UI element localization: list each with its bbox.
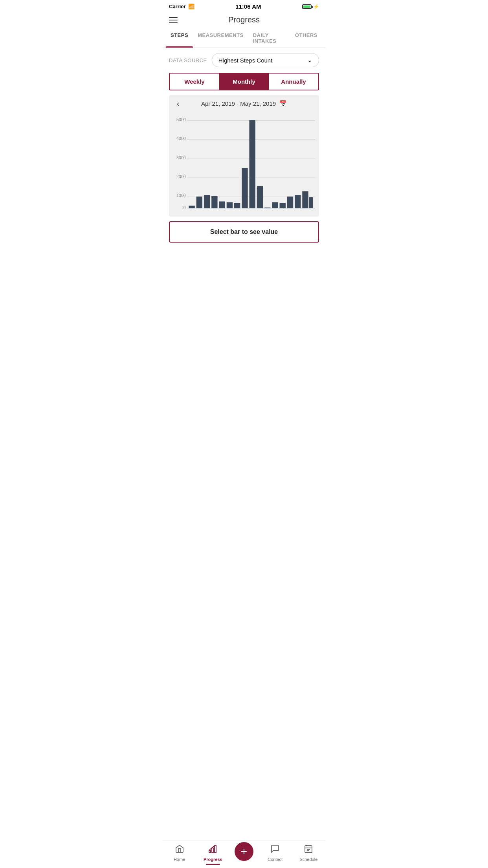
tab-steps[interactable]: STEPS xyxy=(166,28,193,47)
bar-6[interactable] xyxy=(227,202,233,208)
status-bar: Carrier 📶 11:06 AM ⚡ xyxy=(163,0,325,11)
data-source-label: DATA SOURCE xyxy=(169,57,207,63)
chart-header: ‹ Apr 21, 2019 - May 21, 2019 📅 xyxy=(172,100,316,107)
bar-1[interactable] xyxy=(189,206,194,208)
bar-4[interactable] xyxy=(211,196,217,208)
data-source-row: DATA SOURCE Highest Steps Count ⌄ xyxy=(163,48,325,73)
page-title: Progress xyxy=(228,15,260,24)
battery-icon xyxy=(302,4,312,9)
chevron-down-icon: ⌄ xyxy=(307,57,312,64)
period-weekly[interactable]: Weekly xyxy=(170,74,219,90)
tab-daily-intakes[interactable]: DAILY INTAKES xyxy=(248,28,290,47)
tab-measurements[interactable]: MEASUREMENTS xyxy=(193,28,248,47)
data-source-value: Highest Steps Count xyxy=(218,57,273,64)
bar-13[interactable] xyxy=(280,203,286,208)
header: Progress xyxy=(163,11,325,28)
period-toggle: Weekly Monthly Annually xyxy=(169,73,319,90)
svg-text:2000: 2000 xyxy=(176,174,186,179)
svg-text:1000: 1000 xyxy=(176,193,186,198)
status-right: ⚡ xyxy=(302,4,319,9)
bar-10[interactable] xyxy=(257,186,263,208)
hamburger-menu[interactable] xyxy=(169,17,178,23)
svg-text:4000: 4000 xyxy=(176,136,186,141)
status-time: 11:06 AM xyxy=(235,3,261,10)
period-monthly[interactable]: Monthly xyxy=(219,74,269,90)
bar-5[interactable] xyxy=(219,201,225,208)
chart-prev-button[interactable]: ‹ xyxy=(174,97,183,110)
svg-text:0: 0 xyxy=(183,205,186,210)
svg-text:5000: 5000 xyxy=(176,117,186,122)
bar-11[interactable] xyxy=(264,208,270,208)
chart-date-range: Apr 21, 2019 - May 21, 2019 xyxy=(201,100,276,107)
bar-2[interactable] xyxy=(196,197,202,208)
lightning-icon: ⚡ xyxy=(313,4,319,9)
chart-svg-area: 5000 4000 3000 2000 1000 0 xyxy=(172,114,316,213)
chart-container: ‹ Apr 21, 2019 - May 21, 2019 📅 5000 400… xyxy=(169,95,319,217)
data-source-dropdown[interactable]: Highest Steps Count ⌄ xyxy=(212,53,319,67)
calendar-icon[interactable]: 📅 xyxy=(279,100,287,107)
bar-chart-svg: 5000 4000 3000 2000 1000 0 xyxy=(172,114,316,212)
tabs: STEPS MEASUREMENTS DAILY INTAKES OTHERS xyxy=(166,28,322,47)
select-bar-text: Select bar to see value xyxy=(210,228,278,235)
bar-15[interactable] xyxy=(295,195,301,208)
bar-14[interactable] xyxy=(287,197,293,208)
bar-9[interactable] xyxy=(249,120,255,208)
bar-8[interactable] xyxy=(242,168,248,208)
select-bar-box[interactable]: Select bar to see value xyxy=(169,221,319,243)
tab-others[interactable]: OTHERS xyxy=(290,28,322,47)
bar-16[interactable] xyxy=(302,191,308,208)
bar-17[interactable] xyxy=(309,197,313,208)
bar-7[interactable] xyxy=(234,203,240,208)
status-left: Carrier 📶 xyxy=(169,4,194,9)
bar-3[interactable] xyxy=(204,195,210,208)
bar-12[interactable] xyxy=(272,202,278,208)
carrier-label: Carrier xyxy=(169,4,186,9)
svg-text:3000: 3000 xyxy=(176,155,186,160)
wifi-icon: 📶 xyxy=(188,4,194,9)
period-annually[interactable]: Annually xyxy=(269,74,318,90)
tabs-container: STEPS MEASUREMENTS DAILY INTAKES OTHERS xyxy=(163,28,325,48)
